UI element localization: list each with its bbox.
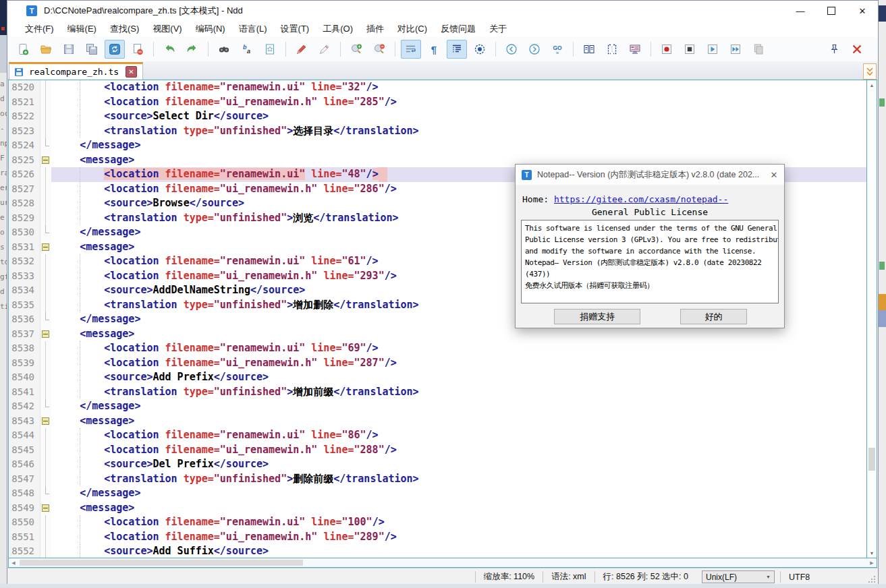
code-line-8551[interactable]: 8551 <location filename="ui_renamewin.h"… (9, 530, 866, 545)
focus-mode-button[interactable] (470, 40, 490, 59)
code-line-8548[interactable]: 8548 </message> (9, 486, 866, 501)
menu-item-9[interactable]: 插件 (360, 21, 391, 37)
code-text[interactable]: <translation type="unfinished">增加前缀</tra… (51, 385, 866, 400)
line-number[interactable]: 8520 (9, 80, 40, 95)
highlight-marker-button[interactable] (292, 40, 312, 59)
code-line-8541[interactable]: 8541 <translation type="unfinished">增加前缀… (9, 385, 866, 400)
line-number[interactable]: 8551 (9, 530, 40, 545)
line-number[interactable]: 8528 (9, 196, 40, 211)
zoom-in-button[interactable] (346, 40, 366, 59)
line-number[interactable]: 8543 (9, 414, 40, 429)
line-number[interactable]: 8537 (9, 327, 40, 342)
code-text[interactable]: <message> (51, 327, 866, 342)
code-line-8550[interactable]: 8550 <location filename="renamewin.ui" l… (9, 515, 866, 530)
prev-position-button[interactable] (501, 40, 522, 59)
menu-item-7[interactable]: 设置(T) (274, 21, 316, 37)
code-text[interactable]: <location filename="renamewin.ui" line="… (51, 80, 866, 95)
code-line-8543[interactable]: 8543 <message> (9, 414, 866, 429)
scroll-down-icon[interactable]: ▼ (867, 548, 877, 558)
line-number[interactable]: 8542 (9, 399, 40, 414)
vertical-scrollbar[interactable]: ▲ ▼ (866, 80, 877, 558)
code-line-8520[interactable]: 8520 <location filename="renamewin.ui" l… (9, 80, 866, 95)
code-text[interactable]: <translation type="unfinished">删除前缀</tra… (51, 472, 866, 487)
line-number[interactable]: 8546 (9, 457, 40, 472)
compare-files-button[interactable] (579, 40, 599, 59)
line-number[interactable]: 8547 (9, 472, 40, 487)
line-number[interactable]: 8534 (9, 283, 40, 298)
menu-item-4[interactable]: 视图(V) (146, 21, 188, 37)
line-number[interactable]: 8545 (9, 443, 40, 458)
home-link[interactable]: https://gitee.com/cxasm/notepad-- (554, 194, 728, 204)
dialog-title-bar[interactable]: T Notepad-- Version (内部测试非稳定版本) v2.8.0 (… (516, 165, 784, 185)
dialog-close-button[interactable]: ✕ (764, 165, 784, 185)
next-position-button[interactable] (524, 40, 545, 59)
line-number[interactable]: 8524 (9, 138, 40, 153)
code-line-8522[interactable]: 8522 <source>Select Dir</source> (9, 109, 866, 124)
code-line-8542[interactable]: 8542 </message> (9, 399, 866, 414)
fold-collapse-icon[interactable] (40, 240, 51, 255)
open-file-button[interactable] (36, 40, 56, 59)
line-number[interactable]: 8548 (9, 486, 40, 501)
code-text[interactable]: <message> (51, 501, 866, 516)
line-number[interactable]: 8522 (9, 109, 40, 124)
scroll-right-icon[interactable]: ▶ (867, 558, 877, 567)
code-text[interactable]: <source>Select Dir</source> (51, 109, 866, 124)
line-number[interactable]: 8536 (9, 312, 40, 327)
vertical-scrollbar-thumb[interactable] (868, 448, 875, 471)
compare-screen-button[interactable] (625, 40, 645, 59)
code-line-8523[interactable]: 8523 <translation type="unfinished">选择目录… (9, 124, 866, 139)
close-all-button[interactable] (847, 40, 867, 59)
code-line-8552[interactable]: 8552 <source>Add Suffix</source> (9, 544, 866, 558)
pin-tabs-button[interactable] (824, 40, 844, 59)
code-line-8545[interactable]: 8545 <location filename="ui_renamewin.h"… (9, 443, 866, 458)
code-line-8524[interactable]: 8524 </message> (9, 138, 866, 153)
bookmark-mark-button[interactable] (260, 40, 280, 59)
compare-dirs-button[interactable] (602, 40, 622, 59)
word-wrap-button[interactable] (401, 40, 421, 59)
menu-item-10[interactable]: 对比(C) (391, 21, 434, 37)
menu-item-5[interactable]: 编码(N) (189, 21, 232, 37)
line-number[interactable]: 8532 (9, 254, 40, 269)
menu-item-3[interactable]: 查找(S) (103, 21, 146, 37)
macro-save-button[interactable] (748, 40, 769, 59)
menu-item-1[interactable]: 文件(F) (18, 21, 61, 37)
line-number[interactable]: 8550 (9, 515, 40, 530)
tab-realcompare-zh-ts[interactable]: realcompare_zh.ts ✕ (9, 62, 143, 80)
donate-button[interactable]: 捐赠支持 (554, 309, 640, 324)
line-number[interactable]: 8544 (9, 428, 40, 443)
line-number[interactable]: 8535 (9, 298, 40, 313)
fold-collapse-icon[interactable] (40, 153, 51, 168)
line-number[interactable]: 8541 (9, 385, 40, 400)
code-text[interactable]: </message> (51, 486, 866, 501)
save-file-button[interactable] (59, 40, 79, 59)
line-number[interactable]: 8539 (9, 356, 40, 371)
macro-stop-button[interactable] (680, 40, 700, 59)
code-text[interactable]: <source>Del Prefix</source> (51, 457, 866, 472)
line-number[interactable]: 8521 (9, 95, 40, 110)
line-number[interactable]: 8526 (9, 167, 40, 182)
fold-collapse-icon[interactable] (40, 327, 51, 342)
code-line-8537[interactable]: 8537 <message> (9, 327, 866, 342)
code-text[interactable]: <translation type="unfinished">选择目录</tra… (51, 124, 866, 139)
menu-item-8[interactable]: 工具(O) (316, 21, 360, 37)
line-number[interactable]: 8530 (9, 225, 40, 240)
indent-guide-button[interactable] (447, 40, 467, 59)
code-text[interactable]: <source>Add Suffix</source> (51, 544, 866, 558)
code-text[interactable]: </message> (51, 138, 866, 153)
macro-record-button[interactable] (657, 40, 677, 59)
code-line-8544[interactable]: 8544 <location filename="renamewin.ui" l… (9, 428, 866, 443)
code-text[interactable]: <location filename="renamewin.ui" line="… (51, 515, 866, 530)
title-bar[interactable]: T D:\CCNotePad\realcompare_zh.ts [文本模式] … (7, 1, 878, 21)
code-text[interactable]: <location filename="ui_renamewin.h" line… (51, 443, 866, 458)
code-text[interactable]: <location filename="ui_renamewin.h" line… (51, 356, 866, 371)
new-file-button[interactable] (13, 40, 33, 59)
fold-collapse-icon[interactable] (40, 501, 51, 516)
line-number[interactable]: 8538 (9, 341, 40, 356)
code-line-8538[interactable]: 8538 <location filename="renamewin.ui" l… (9, 341, 866, 356)
tab-close-icon[interactable]: ✕ (126, 66, 137, 78)
save-all-button[interactable] (82, 40, 102, 59)
code-text[interactable]: <location filename="ui_renamewin.h" line… (51, 95, 866, 110)
line-number[interactable]: 8540 (9, 370, 40, 385)
ok-button[interactable]: 好的 (680, 309, 747, 324)
scroll-up-icon[interactable]: ▲ (867, 80, 877, 90)
